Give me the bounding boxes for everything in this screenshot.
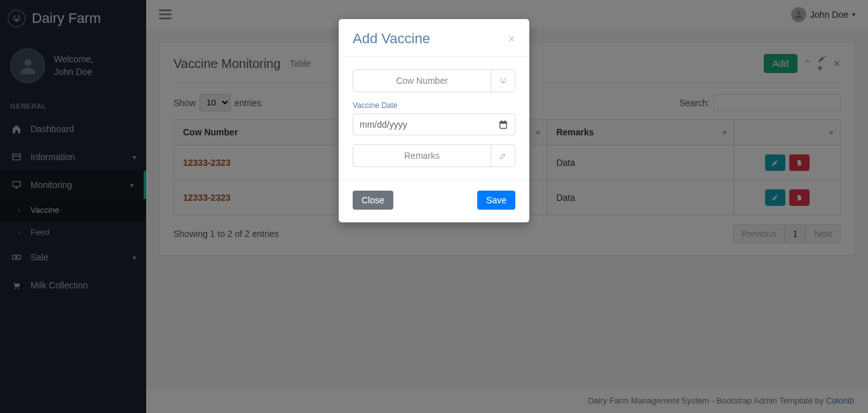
close-icon[interactable]: × [508,32,515,46]
svg-point-22 [505,81,506,82]
paw-icon [491,70,515,91]
add-vaccine-modal: Add Vaccine × Vaccine Date mm/dd/yyyy Cl… [339,19,529,222]
calendar-icon [498,119,508,130]
edit-icon [491,145,515,166]
svg-point-19 [500,78,501,79]
save-button[interactable]: Save [477,191,515,210]
modal-title: Add Vaccine [353,30,430,47]
svg-rect-25 [500,121,507,123]
svg-point-23 [501,81,505,83]
svg-point-21 [499,81,501,82]
remarks-input[interactable] [353,145,491,166]
vaccine-date-input[interactable]: mm/dd/yyyy [353,114,515,135]
date-label: Vaccine Date [353,101,515,110]
close-button[interactable]: Close [353,191,393,210]
svg-point-20 [504,78,505,79]
cow-number-input[interactable] [353,70,491,91]
